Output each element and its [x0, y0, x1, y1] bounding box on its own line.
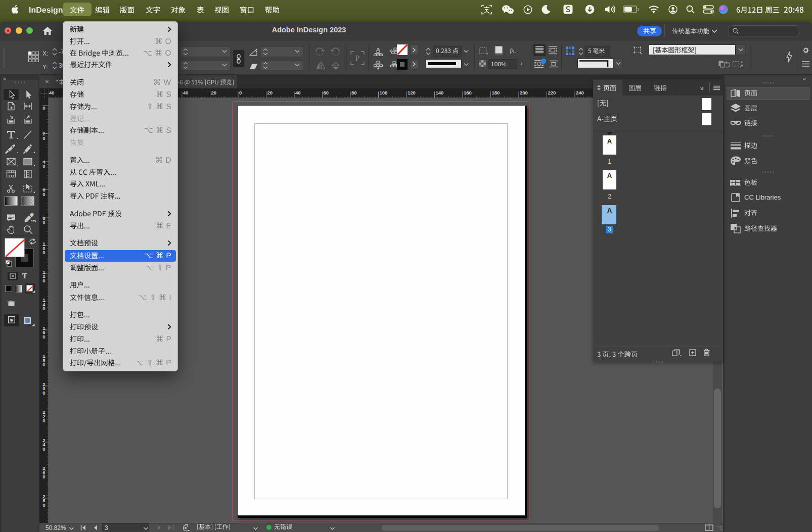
svg-text:P: P	[355, 54, 359, 62]
